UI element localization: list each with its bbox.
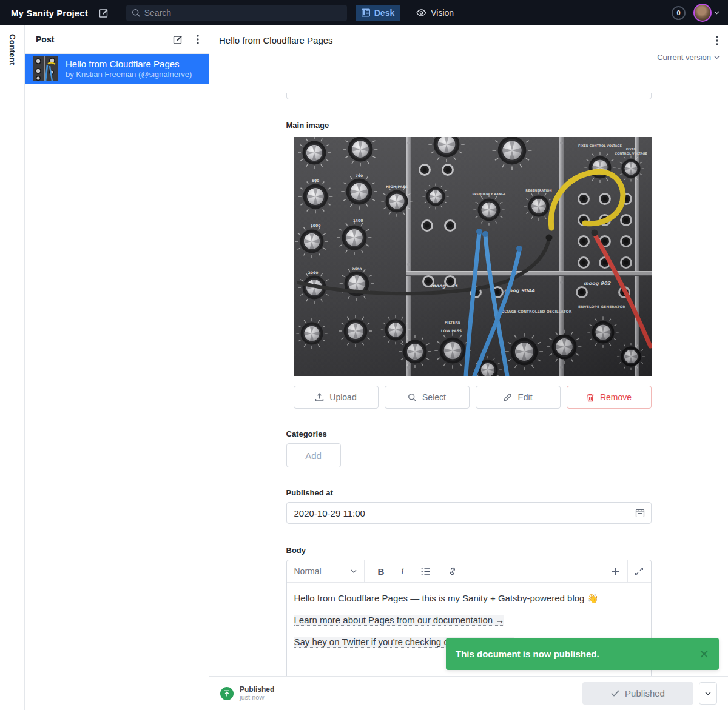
italic-button[interactable]: i	[401, 566, 403, 577]
toast-message: This document is now published.	[456, 649, 699, 659]
body-label: Body	[286, 546, 652, 555]
panel-title: Post	[36, 35, 161, 44]
search-input[interactable]	[126, 5, 347, 21]
link-icon	[448, 567, 457, 575]
panel-menu-icon[interactable]	[197, 35, 199, 44]
remove-button[interactable]: Remove	[567, 386, 652, 409]
chevron-down-icon	[705, 692, 711, 695]
published-at-label: Published at	[286, 488, 652, 497]
slug-generate-segment[interactable]	[630, 93, 651, 99]
published-at-input[interactable]	[286, 502, 652, 524]
calendar-icon[interactable]	[635, 508, 645, 518]
publish-status-time: just now	[240, 694, 274, 702]
upload-button[interactable]: Upload	[294, 386, 379, 409]
document-scroll-area[interactable]: Main image	[209, 93, 728, 676]
workspace: Content Post	[0, 25, 728, 710]
edit-button[interactable]: Edit	[476, 386, 561, 409]
toast-notification: This document is now published. ✕	[446, 638, 719, 670]
post-list-panel: Post	[25, 25, 209, 710]
body-toolbar: Normal B i	[287, 560, 651, 583]
search-icon	[132, 8, 141, 18]
post-list-item[interactable]: Hello from Cloudflare Pages by Kristian …	[25, 54, 209, 84]
post-panel-header: Post	[25, 25, 209, 54]
bullet-list-icon	[421, 568, 431, 575]
publish-status-icon	[220, 687, 234, 700]
chevron-down-icon	[714, 56, 720, 59]
create-post-icon[interactable]	[173, 35, 183, 45]
chevron-down-icon	[351, 569, 357, 573]
post-thumbnail	[33, 56, 58, 81]
document-footer: Published just now Published	[209, 676, 728, 710]
toast-close-icon[interactable]: ✕	[699, 648, 709, 660]
body-paragraph: Hello from Cloudflare Pages — this is my…	[294, 592, 644, 605]
trash-icon	[586, 393, 595, 402]
avatar[interactable]	[693, 4, 712, 22]
plus-icon	[611, 567, 620, 576]
document-editor: Hello from Cloudflare Pages Current vers…	[209, 25, 728, 710]
bullet-list-button[interactable]	[421, 568, 431, 575]
insert-block-button[interactable]	[604, 560, 627, 582]
content-rail-label: Content	[8, 34, 17, 710]
bold-button[interactable]: B	[378, 566, 385, 577]
document-title: Hello from Cloudflare Pages	[219, 35, 716, 45]
text-style-select[interactable]: Normal	[287, 560, 365, 582]
tab-vision[interactable]: Vision	[410, 5, 460, 21]
main-image-preview[interactable]: 500700 HIGH PASS1000 140020002600	[294, 137, 652, 376]
categories-label: Categories	[286, 429, 652, 438]
link-button[interactable]	[448, 567, 457, 575]
document-menu-icon[interactable]	[716, 36, 718, 45]
new-document-icon[interactable]	[99, 8, 109, 18]
pencil-icon	[503, 393, 512, 402]
project-title: My Sanity Project	[11, 8, 88, 18]
expand-icon	[635, 568, 643, 575]
add-category-button[interactable]: Add	[286, 443, 341, 467]
publish-button[interactable]: Published	[582, 682, 693, 705]
version-selector[interactable]: Current version	[209, 45, 728, 62]
search-icon	[408, 393, 417, 402]
main-image-label: Main image	[286, 121, 652, 130]
body-link-documentation[interactable]: Learn more about Pages from our document…	[294, 615, 505, 626]
select-button[interactable]: Select	[385, 386, 470, 409]
publish-status-title: Published	[240, 685, 274, 694]
tab-desk[interactable]: Desk	[356, 5, 400, 21]
chevron-down-icon	[714, 11, 720, 15]
content-rail[interactable]: Content	[0, 25, 25, 710]
expand-editor-button[interactable]	[627, 560, 651, 582]
hints-badge[interactable]: 0	[672, 6, 686, 20]
document-header: Hello from Cloudflare Pages	[209, 25, 728, 45]
upload-icon	[315, 393, 324, 402]
slug-field-partial[interactable]	[286, 93, 652, 99]
eye-icon	[416, 9, 426, 16]
top-bar: My Sanity Project Desk Vision 0	[0, 0, 728, 25]
post-item-subtitle: by Kristian Freeman (@signalnerve)	[66, 70, 192, 79]
post-item-title: Hello from Cloudflare Pages	[66, 58, 192, 70]
publish-menu-button[interactable]	[699, 682, 717, 705]
desk-icon	[362, 8, 370, 17]
check-icon	[611, 690, 619, 697]
